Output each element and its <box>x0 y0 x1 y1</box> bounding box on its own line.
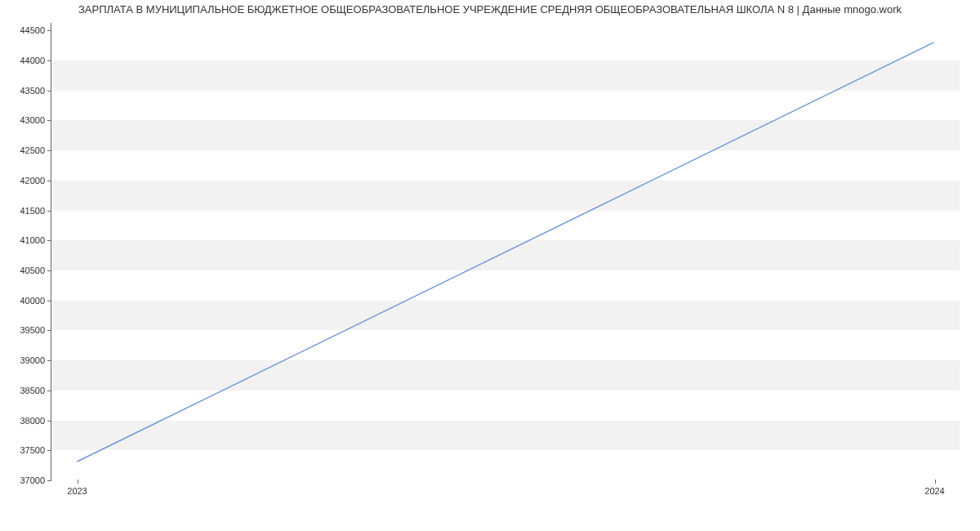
y-tick-label: 42500 <box>20 145 51 155</box>
y-tick-label: 38500 <box>20 386 51 395</box>
y-tick-label: 39000 <box>20 355 51 365</box>
y-tick-label: 43000 <box>20 115 51 125</box>
x-tick-label: 2023 <box>67 480 87 496</box>
line-series <box>51 23 960 480</box>
y-tick-label: 43500 <box>20 86 51 96</box>
y-tick-label: 41500 <box>20 206 51 216</box>
plot-area: 3700037500380003850039000395004000040500… <box>51 23 960 480</box>
y-tick-label: 41000 <box>20 235 51 245</box>
y-tick-label: 39500 <box>20 325 51 335</box>
y-tick-label: 40500 <box>20 266 51 275</box>
y-tick-label: 40000 <box>20 296 51 306</box>
data-line <box>77 42 933 462</box>
y-tick-label: 37500 <box>20 445 51 455</box>
y-tick-label: 44500 <box>20 25 51 35</box>
y-tick-label: 44000 <box>20 56 51 65</box>
y-tick-label: 42000 <box>20 176 51 185</box>
chart-title: ЗАРПЛАТА В МУНИЦИПАЛЬНОЕ БЮДЖЕТНОЕ ОБЩЕО… <box>0 3 980 16</box>
x-tick-label: 2024 <box>924 480 944 496</box>
y-tick-label: 37000 <box>20 475 51 485</box>
y-tick-label: 38000 <box>20 416 51 426</box>
